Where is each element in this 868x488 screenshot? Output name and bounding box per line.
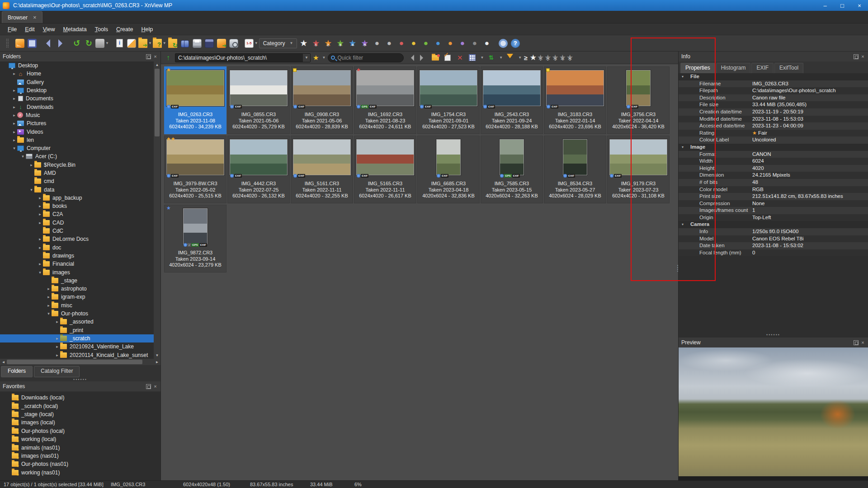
rotate-left-icon[interactable]: ↺ — [71, 37, 82, 50]
tree-item-images[interactable]: ▾images — [0, 268, 154, 276]
category-dropdown[interactable]: Category▼ — [259, 38, 297, 48]
menu-create[interactable]: Create — [112, 24, 137, 34]
label-circle-yellow[interactable]: ● — [408, 37, 419, 50]
date-filter-icon[interactable]: ▼ — [245, 37, 258, 50]
tree-item-pictures[interactable]: ▸Pictures — [0, 119, 154, 127]
scroll-up-icon[interactable]: ▲ — [154, 61, 160, 68]
favorite-item-images-nas01[interactable]: images (nas01) — [0, 452, 160, 460]
info-tab-exiftool[interactable]: ExifTool — [774, 63, 803, 73]
expander-open-icon[interactable]: ▾ — [28, 188, 34, 192]
expander-open-icon[interactable]: ▾ — [20, 154, 26, 159]
property-group-camera[interactable]: ▾Camera — [679, 221, 868, 228]
tree-item-20210924-valentine-lake[interactable]: ▸20210924_Valentine_Lake — [0, 343, 154, 351]
expander-closed-icon[interactable]: ▸ — [11, 138, 17, 142]
print-icon[interactable] — [192, 37, 203, 50]
rating-star-2-icon[interactable]: ★2 — [322, 37, 334, 50]
history-back-icon[interactable] — [406, 53, 416, 63]
menu-edit[interactable]: Edit — [21, 24, 39, 34]
tree-item-data[interactable]: ▾data — [0, 185, 154, 193]
capture-icon[interactable] — [228, 37, 240, 50]
search-icon[interactable] — [179, 37, 191, 50]
thumbnail-img-8534-cr3[interactable]: EXIFIMG_8534.CR3Taken 2023-05-274020x602… — [544, 136, 606, 203]
tree-item-len[interactable]: ▸len — [0, 136, 154, 144]
thumbnail-img-7585-cr3[interactable]: GPSEXIFIMG_7585.CR3Taken 2023-05-154020x… — [481, 136, 543, 203]
label-circle-white[interactable]: ● — [481, 37, 492, 50]
tree-item-recycle-bin[interactable]: ▸$Recycle.Bin — [0, 161, 154, 169]
thumbnail-img-0855-cr3[interactable]: EXIFIMG_0855.CR3Taken 2021-05-066024x402… — [227, 66, 290, 134]
favorite-item-working-local[interactable]: working (local) — [0, 435, 160, 443]
delete-icon[interactable]: ✕ — [455, 53, 465, 63]
undock-icon[interactable] — [854, 54, 859, 59]
browser-mode-icon[interactable] — [14, 37, 25, 50]
expander-closed-icon[interactable]: ▸ — [11, 121, 17, 126]
filter-dropdown-icon[interactable]: ▼ — [518, 56, 522, 60]
new-folder-icon[interactable] — [430, 53, 440, 63]
scrollbar-thumb[interactable] — [155, 69, 160, 136]
rating-ge-symbol[interactable]: ≥ — [524, 54, 528, 61]
expander-closed-icon[interactable]: ▸ — [54, 344, 60, 349]
thumbnail-img-0908-cr3[interactable]: EXIFIMG_0908.CR3Taken 2021-05-066024x402… — [291, 66, 353, 134]
drag-handle[interactable] — [2, 37, 13, 50]
open-with-icon[interactable]: ▼ — [138, 37, 152, 50]
tree-item-astrophoto[interactable]: ▸astrophoto — [0, 285, 154, 293]
thumbnail-img-1754-cr3[interactable]: EXIFIMG_1754.CR3Taken 2021-09-016024x402… — [417, 66, 480, 134]
favorites-dropdown-icon[interactable]: ▼ — [322, 56, 326, 60]
close-icon[interactable]: × — [153, 384, 158, 389]
folder-tree-horizontal-scrollbar[interactable]: ◄ ► — [0, 359, 160, 365]
left-tab-folders[interactable]: Folders — [1, 366, 33, 377]
undock-icon[interactable] — [854, 340, 859, 345]
favorite-item-working-nas01[interactable]: working (nas01) — [0, 469, 160, 477]
filter-star-1[interactable]: ★1 — [537, 54, 544, 62]
edit-icon[interactable] — [443, 53, 453, 63]
back-icon[interactable] — [42, 37, 54, 50]
label-circle-blue[interactable]: ● — [432, 37, 443, 50]
thumbnail-img-6685-cr3[interactable]: EXIFIMG_6685.CR3Taken 2023-04-184020x602… — [417, 136, 480, 203]
undock-icon[interactable] — [146, 384, 151, 389]
tree-item-our-photos[interactable]: ▾Our-photos — [0, 310, 154, 318]
tree-item-cmd[interactable]: cmd — [0, 177, 154, 185]
settings-icon[interactable] — [497, 37, 509, 50]
close-button[interactable]: × — [851, 0, 868, 11]
expander-closed-icon[interactable]: ▸ — [11, 71, 17, 76]
close-icon[interactable]: × — [860, 340, 865, 345]
expander-closed-icon[interactable]: ▸ — [11, 105, 17, 109]
tree-item-home[interactable]: ▸⌂Home — [0, 70, 154, 78]
tree-item-igram-exp[interactable]: ▸igram-exp — [0, 293, 154, 301]
sort-dropdown-icon[interactable]: ▼ — [499, 56, 503, 60]
tree-item-desktop[interactable]: Desktop — [0, 61, 154, 70]
favorite-item-downloads-local[interactable]: Downloads (local) — [0, 394, 160, 402]
label-circle-orange[interactable]: ● — [444, 37, 456, 50]
label-circle-green[interactable]: ● — [420, 37, 431, 50]
expander-closed-icon[interactable]: ▸ — [54, 319, 60, 324]
folder-tree-vertical-scrollbar[interactable]: ▲ ▼ — [154, 61, 160, 359]
maximize-button[interactable]: □ — [834, 0, 851, 11]
rotate-right-icon[interactable]: ↻ — [83, 37, 94, 50]
menu-view[interactable]: View — [39, 24, 59, 34]
expander-closed-icon[interactable]: ▸ — [46, 286, 52, 291]
tree-item-cad[interactable]: ▸CAD — [0, 219, 154, 227]
parent-folder-icon[interactable]: ↑ — [164, 54, 173, 62]
label-circle-dark[interactable]: ● — [469, 37, 480, 50]
tree-item-books[interactable]: ▸books — [0, 202, 154, 210]
tree-item-financial[interactable]: ▸Financial — [0, 260, 154, 268]
path-input[interactable] — [175, 55, 303, 61]
menu-help[interactable]: Help — [137, 24, 157, 34]
find-folder-icon[interactable]: ▼ — [153, 37, 166, 50]
minimize-button[interactable]: – — [816, 0, 834, 11]
tree-item-desktop[interactable]: ▸Desktop — [0, 86, 154, 94]
panel-splitter[interactable]: •••••• — [0, 378, 160, 381]
history-forward-icon[interactable] — [418, 53, 428, 63]
path-dropdown-icon[interactable]: ▼ — [303, 54, 310, 62]
menu-metadata[interactable]: Metadata — [59, 24, 91, 34]
thumbnail-img-4442-cr3[interactable]: EXIFIMG_4442.CR3Taken 2022-07-256024x402… — [227, 136, 290, 203]
thumbnail-img-3756-cr3[interactable]: EXIFIMG_3756.CR3Taken 2022-04-144020x602… — [607, 66, 670, 134]
tree-item-assorted[interactable]: ▸_assorted — [0, 318, 154, 326]
expander-closed-icon[interactable]: ▸ — [46, 295, 52, 299]
tree-item-downloads[interactable]: ▸↓Downloads — [0, 103, 154, 111]
tree-item-drawings[interactable]: drawings — [0, 252, 154, 260]
favorite-item-images-local[interactable]: images (local) — [0, 418, 160, 427]
file-info-icon[interactable] — [114, 37, 125, 50]
scroll-down-icon[interactable]: ▼ — [154, 352, 160, 359]
expander-closed-icon[interactable]: ▸ — [37, 221, 43, 225]
thumbnail-img-3979-bw-cr3[interactable]: ★★EXIFIMG_3979-BW.CR3Taken 2022-05-02602… — [164, 136, 226, 203]
